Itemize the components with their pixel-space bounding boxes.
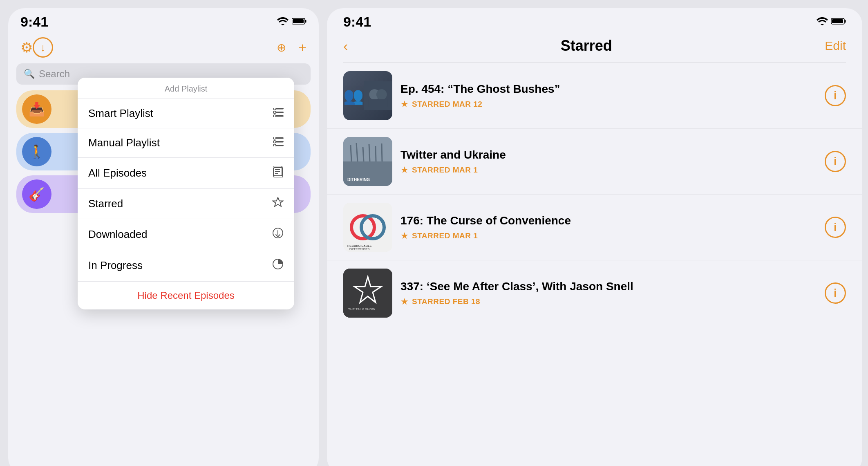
episode-info-1: Ep. 454: “The Ghost Bushes” ★ STARRED MA… [400, 82, 817, 110]
downloaded-item[interactable]: Downloaded [78, 219, 294, 250]
star-icon-1: ★ [400, 99, 409, 110]
episode-list: Ep. 454: “The Ghost Bushes” ★ STARRED MA… [327, 63, 862, 326]
star-icon-2: ★ [400, 165, 409, 175]
episode-artwork-1 [343, 71, 392, 120]
info-button-3[interactable]: i [825, 217, 846, 238]
starred-icon [272, 197, 284, 211]
add-playlist-popup: Add Playlist Smart Playlist Manual Playl… [78, 78, 294, 309]
right-panel: 9:41 ‹ Starred Edit [327, 8, 862, 466]
starred-item[interactable]: Starred [78, 189, 294, 219]
in-progress-item[interactable]: In Progress [78, 250, 294, 281]
back-button[interactable]: ‹ [343, 38, 348, 54]
svg-point-6 [273, 108, 276, 110]
svg-rect-2 [293, 19, 304, 23]
star-icon-4: ★ [400, 296, 409, 307]
episode-artwork-4: THE TALK SHOW [343, 269, 392, 318]
edit-button[interactable]: Edit [825, 39, 846, 53]
svg-rect-30 [343, 161, 392, 186]
episode-title-3: 176: The Curse of Convenience [400, 213, 817, 228]
episode-meta-1: ★ STARRED MAR 12 [400, 99, 817, 110]
info-button-1[interactable]: i [825, 85, 846, 106]
download-icon[interactable]: ↓ [33, 37, 53, 58]
wifi-icon-right [817, 17, 828, 27]
search-icon: 🔍 [24, 69, 35, 79]
info-button-4[interactable]: i [825, 282, 846, 304]
episode-item[interactable]: THE TALK SHOW 337: ‘See Me After Class’,… [327, 260, 862, 326]
episode-title-4: 337: ‘See Me After Class’, With Jason Sn… [400, 279, 817, 294]
manual-playlist-label: Manual Playlist [88, 137, 160, 149]
manual-playlist-icon [273, 137, 284, 149]
svg-rect-23 [845, 20, 846, 22]
svg-line-34 [369, 144, 370, 161]
episode-artwork-3: RECONCILABLE DIFFERENCES [343, 203, 392, 252]
in-progress-icon [272, 258, 284, 273]
episode-item[interactable]: RECONCILABLE DIFFERENCES 176: The Curse … [327, 195, 862, 260]
episode-info-2: Twitter and Ukraine ★ STARRED MAR 1 [400, 148, 817, 175]
svg-point-12 [273, 137, 276, 139]
popup-header: Add Playlist [78, 78, 294, 99]
status-bar-left: 9:41 [8, 8, 319, 34]
episode-meta-4: ★ STARRED FEB 18 [400, 296, 817, 307]
page-title: Starred [561, 37, 612, 54]
manual-playlist-item[interactable]: Manual Playlist [78, 128, 294, 158]
episode-meta-3: ★ STARRED MAR 1 [400, 231, 817, 241]
wifi-icon [277, 17, 289, 27]
episode-artwork-2: DITHERING [343, 137, 392, 186]
episode-info-3: 176: The Curse of Convenience ★ STARRED … [400, 213, 817, 241]
in-progress-label: In Progress [88, 259, 143, 272]
svg-text:THE TALK SHOW: THE TALK SHOW [348, 307, 376, 311]
smart-playlist-item[interactable]: Smart Playlist [78, 99, 294, 128]
walk-icon: 🚶 [29, 144, 45, 159]
search-input[interactable]: Search [39, 68, 70, 80]
svg-line-33 [363, 147, 364, 161]
all-episodes-item[interactable]: All Episodes [78, 158, 294, 189]
starred-label: Starred [88, 197, 123, 210]
status-icons-right [817, 17, 846, 27]
svg-point-8 [273, 115, 276, 117]
downloaded-label: Downloaded [88, 228, 148, 241]
smart-playlist-icon [273, 107, 284, 120]
svg-line-31 [351, 145, 351, 161]
battery-icon [292, 18, 306, 27]
svg-rect-24 [832, 19, 843, 23]
all-episodes-label: All Episodes [88, 167, 147, 179]
inbox-icon: 📥 [29, 101, 45, 117]
svg-text:DIFFERENCES: DIFFERENCES [349, 248, 370, 251]
episode-title-1: Ep. 454: “The Ghost Bushes” [400, 82, 817, 96]
status-icons-left [277, 17, 306, 27]
left-panel: 9:41 ⚙ ↓ ⊕ + [8, 8, 319, 466]
svg-line-35 [376, 146, 376, 161]
inbox-icon-circle: 📥 [22, 94, 51, 124]
star-icon-3: ★ [400, 231, 409, 241]
svg-rect-1 [305, 20, 306, 22]
svg-rect-28 [369, 99, 388, 107]
episode-title-2: Twitter and Ukraine [400, 148, 817, 162]
svg-line-36 [382, 143, 382, 161]
music-icon: 🎸 [29, 186, 45, 202]
svg-point-13 [273, 141, 276, 143]
episode-date-2: STARRED MAR 1 [412, 166, 478, 175]
walk-icon-circle: 🚶 [22, 137, 51, 166]
toolbar-left: ⚙ ↓ ⊕ + [8, 34, 319, 63]
music-icon-circle: 🎸 [22, 179, 51, 209]
svg-text:DITHERING: DITHERING [347, 177, 370, 182]
svg-point-14 [273, 144, 276, 146]
episode-info-4: 337: ‘See Me After Class’, With Jason Sn… [400, 279, 817, 307]
episode-date-3: STARRED MAR 1 [412, 231, 478, 240]
downloaded-icon [272, 227, 284, 242]
info-button-2[interactable]: i [825, 151, 846, 172]
all-episodes-icon [273, 166, 284, 180]
time-left: 9:41 [20, 14, 48, 30]
status-bar-right: 9:41 [327, 8, 862, 34]
settings-icon[interactable]: ⚙ [20, 39, 33, 56]
add-queue-icon[interactable]: ⊕ [277, 41, 286, 54]
plus-icon[interactable]: + [298, 40, 306, 56]
episode-date-4: STARRED FEB 18 [412, 297, 480, 306]
battery-icon-right [831, 18, 846, 27]
hide-recent-button[interactable]: Hide Recent Episodes [78, 281, 294, 309]
episode-item[interactable]: Ep. 454: “The Ghost Bushes” ★ STARRED MA… [327, 63, 862, 129]
episode-date-1: STARRED MAR 12 [412, 100, 482, 109]
nav-bar-right: ‹ Starred Edit [327, 34, 862, 63]
svg-point-27 [376, 89, 387, 100]
episode-item[interactable]: DITHERING Twitter and Ukraine ★ STARRED … [327, 129, 862, 195]
